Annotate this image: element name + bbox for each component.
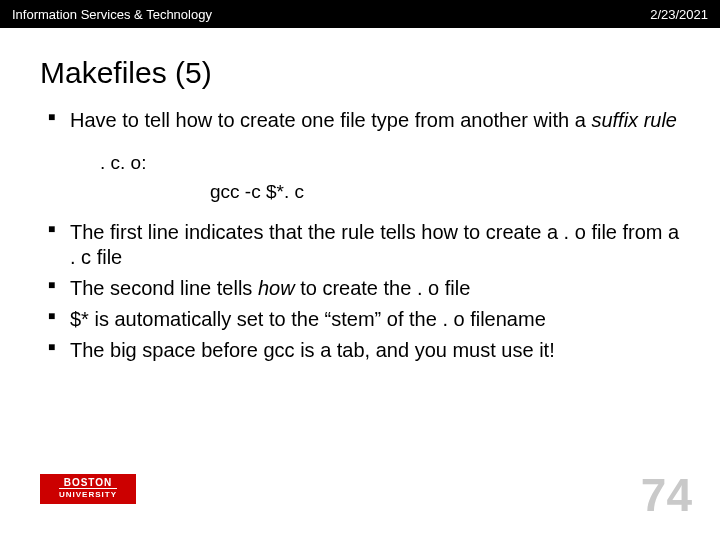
- bullet-5: The big space before gcc is a tab, and y…: [40, 338, 680, 363]
- bullet-1: Have to tell how to create one file type…: [40, 108, 680, 133]
- bullet-3: The second line tells how to create the …: [40, 276, 680, 301]
- logo-line-2: UNIVERSITY: [59, 488, 117, 500]
- bullet-3-em: how: [258, 277, 295, 299]
- slide-title: Makefiles (5): [0, 28, 720, 108]
- content-area: Have to tell how to create one file type…: [0, 108, 720, 363]
- code-line-2: gcc -c $*. c: [100, 178, 680, 207]
- bullet-3-pre: The second line tells: [70, 277, 258, 299]
- header-bar: Information Services & Technology 2/23/2…: [0, 0, 720, 28]
- bullet-4: $* is automatically set to the “stem” of…: [40, 307, 680, 332]
- page-number: 74: [641, 468, 692, 522]
- code-line-1: . c. o:: [100, 149, 680, 178]
- code-block: . c. o: gcc -c $*. c: [40, 139, 680, 220]
- bullet-3-post: to create the . o file: [295, 277, 471, 299]
- header-org: Information Services & Technology: [12, 7, 212, 22]
- bullet-1-em: suffix rule: [591, 109, 677, 131]
- header-date: 2/23/2021: [650, 7, 708, 22]
- bullet-1-pre: Have to tell how to create one file type…: [70, 109, 591, 131]
- logo-line-1: BOSTON: [64, 478, 113, 488]
- bu-logo: BOSTON UNIVERSITY: [40, 474, 136, 504]
- bullet-2: The first line indicates that the rule t…: [40, 220, 680, 270]
